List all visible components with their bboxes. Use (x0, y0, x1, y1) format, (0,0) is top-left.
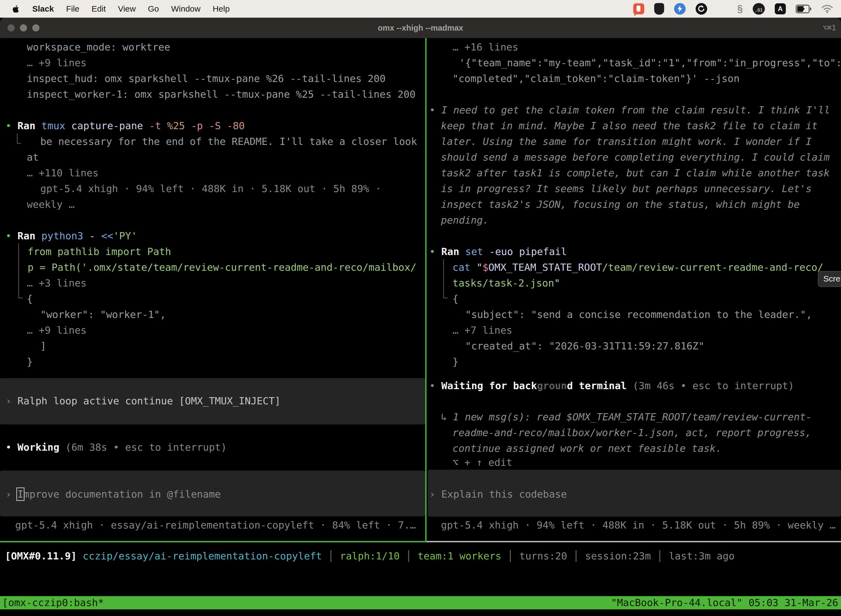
terminal-line: continue assigned work or next feasible … (453, 440, 722, 456)
terminal-line: ] (40, 338, 46, 354)
terminal-line: is in progress? It seems likely but perh… (441, 181, 812, 197)
terminal-line: • Ran tmux capture-pane -t %25 -p -S -80 (6, 118, 245, 133)
terminal-line: { (453, 291, 459, 307)
terminal-line: "subject": "send a concise recommendatio… (465, 307, 812, 322)
terminal-line: cat "$OMX_TEAM_STATE_ROOT/team/review-cu… (453, 260, 823, 275)
terminal-line: • Waiting for background terminal (3m 46… (429, 378, 794, 393)
menu-item-view[interactable]: View (118, 4, 135, 13)
terminal-line: • Ran python3 - <<'PY' (6, 228, 137, 244)
terminal-line: pending. (441, 212, 489, 228)
terminal-line: keep that in mind. Maybe I also need the… (441, 118, 818, 133)
menu-item-edit[interactable]: Edit (92, 4, 106, 13)
terminal-line: • Working (6m 38s • esc to interrupt) (6, 439, 227, 455)
terminal-line: … +3 lines (27, 275, 86, 291)
terminal-line: inspect_worker-1: omx sparkshell --tmux-… (27, 87, 416, 102)
keyboard-layout-label: A (778, 5, 782, 13)
terminal-line: ↳ 1 new msg(s): read $OMX_TEAM_STATE_ROO… (441, 409, 812, 425)
wifi-icon[interactable] (821, 4, 833, 14)
terminal-line: • Ran set -euo pipefail (429, 244, 567, 260)
menu-item-window[interactable]: Window (171, 4, 201, 13)
notification-badge-icon[interactable]: ..61 (753, 3, 765, 15)
terminal-line: ⌥ + ↑ edit (453, 455, 512, 470)
terminal-lines-layer: workspace_mode: worktree… +9 linesinspec… (0, 18, 841, 616)
app-menu-slack[interactable]: Slack (32, 4, 54, 13)
tmux-host-clock: "MacBook-Pro-44.local" 05:03 31-Mar-26 (611, 596, 841, 609)
terminal-line: … +110 lines (27, 165, 98, 181)
terminal-line: › Explain this codebase (429, 486, 567, 502)
menu-bar-left: Slack FileEditViewGoWindowHelp (0, 4, 230, 13)
terminal-line: } (27, 354, 33, 370)
terminal-line: gpt-5.4 xhigh · 94% left · 488K in · 5.1… (40, 181, 381, 197)
battery-body (796, 5, 810, 13)
terminal-line: • I need to get the claim token from the… (429, 102, 830, 118)
terminal-line: "worker": "worker-1", (40, 307, 166, 322)
terminal-line: inspect_hud: omx sparkshell --tmux-pane … (27, 70, 385, 87)
terminal-line: } (453, 354, 459, 370)
terminal-line: workspace_mode: worktree (27, 39, 170, 55)
menu-item-go[interactable]: Go (148, 4, 159, 13)
terminal-line: { (27, 291, 33, 307)
menu-item-help[interactable]: Help (213, 4, 230, 13)
menu-items: FileEditViewGoWindowHelp (66, 4, 230, 13)
terminal-line: inspect task2's JSON, focusing on the st… (441, 197, 800, 212)
terminal-line: "created_at": "2026-03-31T11:59:27.816Z" (465, 338, 705, 354)
text-cursor: I (18, 488, 23, 500)
screen-tooltip: Scre (818, 271, 841, 287)
terminal-line: at (27, 149, 39, 165)
menu-bar-status-icons: § ..61 A (633, 3, 841, 15)
terminal-line: … +16 lines (453, 39, 518, 55)
tmux-status-bar: [omx-cczip0:bash* "MacBook-Pro-44.local"… (0, 596, 841, 609)
terminal-line: … +7 lines (453, 322, 512, 338)
screen: Slack FileEditViewGoWindowHelp § ..61 A (0, 0, 841, 616)
battery-icon[interactable] (796, 5, 811, 13)
battery-tip (810, 7, 811, 10)
chat-icon[interactable] (633, 3, 644, 14)
loop-icon[interactable] (696, 3, 707, 15)
keyboard-layout-icon[interactable]: A (775, 3, 786, 14)
terminal-line: … +9 lines (27, 55, 86, 70)
terminal-line: › Ralph loop active continue [OMX_TMUX_I… (6, 393, 281, 409)
shield-icon[interactable] (654, 3, 664, 15)
badge-count: ..61 (755, 7, 763, 13)
terminal-line: p = Path('.omx/state/team/review-current… (28, 260, 416, 275)
terminal-line: [OMX#0.11.9] cczip/essay/ai-reimplementa… (5, 548, 734, 564)
terminal-line: weekly … (27, 197, 75, 212)
terminal-line: … +9 lines (27, 322, 86, 338)
dots-grid-icon[interactable] (717, 4, 727, 14)
terminal-line: task2 after task1 is complete, but can I… (441, 165, 830, 181)
tmux-session-label: [omx-cczip0:bash* (0, 596, 104, 609)
terminal-line: be necessary for the end of the README. … (40, 133, 417, 149)
terminal-line: should send a message before completing … (441, 149, 830, 165)
terminal-window: omx --xhigh --madmax ⌥⌘1 workspace_mode:… (0, 18, 841, 616)
terminal-line: later. Using the same for transition mig… (441, 133, 812, 149)
terminal-line: gpt-5.4 xhigh · essay/ai-reimplementatio… (15, 517, 416, 533)
chat-bubble (637, 6, 640, 12)
speedtest-icon[interactable] (674, 3, 686, 15)
menu-bar: Slack FileEditViewGoWindowHelp § ..61 A (0, 0, 841, 18)
terminal-line: tasks/task-2.json" (453, 275, 560, 291)
terminal-line: › Improve documentation in @filename (6, 486, 221, 502)
menu-item-file[interactable]: File (66, 4, 79, 13)
terminal-line: from pathlib import Path (28, 244, 171, 260)
terminal-line: readme-and-reco/mailbox/worker-1.json, a… (453, 425, 811, 440)
terminal-line: gpt-5.4 xhigh · 94% left · 488K in · 5.1… (441, 517, 835, 533)
figure-icon[interactable]: § (737, 3, 743, 15)
apple-menu[interactable] (13, 4, 20, 13)
terminal-line: '{"team_name":"my-team","task_id":"1","f… (459, 55, 841, 70)
terminal-line: "completed","claim_token":"claim-token"}… (453, 70, 740, 87)
